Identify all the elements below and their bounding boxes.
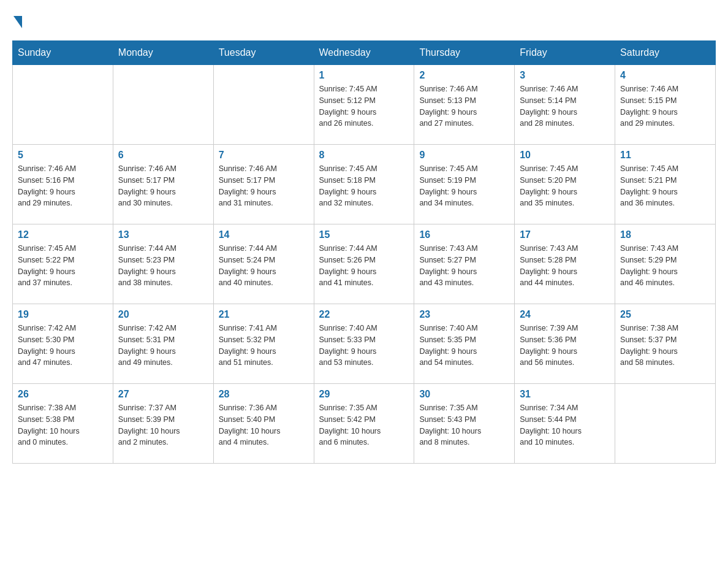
day-info: Sunrise: 7:37 AMSunset: 5:39 PMDaylight:… — [118, 402, 208, 448]
calendar-cell: 13Sunrise: 7:44 AMSunset: 5:23 PMDayligh… — [113, 224, 213, 304]
header-cell-friday: Friday — [515, 41, 615, 65]
day-number: 12 — [18, 229, 108, 240]
day-number: 6 — [118, 150, 208, 161]
day-info: Sunrise: 7:44 AMSunset: 5:26 PMDaylight:… — [319, 243, 409, 289]
day-info: Sunrise: 7:46 AMSunset: 5:14 PMDaylight:… — [520, 83, 610, 129]
day-info: Sunrise: 7:35 AMSunset: 5:43 PMDaylight:… — [419, 402, 509, 448]
day-number: 23 — [419, 309, 509, 320]
day-number: 19 — [18, 309, 108, 320]
day-number: 21 — [219, 309, 309, 320]
page-header — [12, 12, 716, 28]
day-info: Sunrise: 7:41 AMSunset: 5:32 PMDaylight:… — [219, 323, 309, 369]
header-cell-sunday: Sunday — [13, 41, 113, 65]
day-info: Sunrise: 7:39 AMSunset: 5:36 PMDaylight:… — [520, 323, 610, 369]
day-info: Sunrise: 7:43 AMSunset: 5:28 PMDaylight:… — [520, 243, 610, 289]
day-number: 18 — [620, 229, 710, 240]
calendar-cell: 24Sunrise: 7:39 AMSunset: 5:36 PMDayligh… — [515, 304, 615, 384]
week-row-5: 26Sunrise: 7:38 AMSunset: 5:38 PMDayligh… — [13, 384, 716, 464]
day-number: 13 — [118, 229, 208, 240]
calendar-cell: 22Sunrise: 7:40 AMSunset: 5:33 PMDayligh… — [314, 304, 414, 384]
calendar-cell: 29Sunrise: 7:35 AMSunset: 5:42 PMDayligh… — [314, 384, 414, 464]
day-number: 5 — [18, 150, 108, 161]
day-info: Sunrise: 7:43 AMSunset: 5:27 PMDaylight:… — [419, 243, 509, 289]
calendar-cell: 19Sunrise: 7:42 AMSunset: 5:30 PMDayligh… — [13, 304, 113, 384]
header-cell-tuesday: Tuesday — [213, 41, 314, 65]
day-info: Sunrise: 7:44 AMSunset: 5:24 PMDaylight:… — [219, 243, 309, 289]
calendar-cell: 1Sunrise: 7:45 AMSunset: 5:12 PMDaylight… — [314, 65, 414, 145]
day-info: Sunrise: 7:46 AMSunset: 5:17 PMDaylight:… — [118, 163, 208, 209]
day-info: Sunrise: 7:45 AMSunset: 5:21 PMDaylight:… — [620, 163, 710, 209]
week-row-3: 12Sunrise: 7:45 AMSunset: 5:22 PMDayligh… — [13, 224, 716, 304]
calendar-cell: 2Sunrise: 7:46 AMSunset: 5:13 PMDaylight… — [414, 65, 515, 145]
day-number: 8 — [319, 150, 409, 161]
logo — [12, 12, 22, 28]
day-info: Sunrise: 7:45 AMSunset: 5:22 PMDaylight:… — [18, 243, 108, 289]
day-number: 16 — [419, 229, 509, 240]
calendar-cell: 5Sunrise: 7:46 AMSunset: 5:16 PMDaylight… — [13, 145, 113, 224]
calendar-cell: 3Sunrise: 7:46 AMSunset: 5:14 PMDaylight… — [515, 65, 615, 145]
header-cell-thursday: Thursday — [414, 41, 515, 65]
header-cell-saturday: Saturday — [615, 41, 716, 65]
week-row-4: 19Sunrise: 7:42 AMSunset: 5:30 PMDayligh… — [13, 304, 716, 384]
day-number: 17 — [520, 229, 610, 240]
calendar-cell — [213, 65, 314, 145]
calendar-cell: 28Sunrise: 7:36 AMSunset: 5:40 PMDayligh… — [213, 384, 314, 464]
day-info: Sunrise: 7:38 AMSunset: 5:37 PMDaylight:… — [620, 323, 710, 369]
day-number: 2 — [419, 70, 509, 81]
header-row: SundayMondayTuesdayWednesdayThursdayFrid… — [13, 41, 716, 65]
day-info: Sunrise: 7:43 AMSunset: 5:29 PMDaylight:… — [620, 243, 710, 289]
calendar-cell — [615, 384, 716, 464]
day-number: 9 — [419, 150, 509, 161]
calendar-table: SundayMondayTuesdayWednesdayThursdayFrid… — [12, 40, 716, 464]
day-info: Sunrise: 7:46 AMSunset: 5:17 PMDaylight:… — [219, 163, 309, 209]
day-number: 27 — [118, 389, 208, 400]
day-number: 10 — [520, 150, 610, 161]
day-info: Sunrise: 7:36 AMSunset: 5:40 PMDaylight:… — [219, 402, 309, 448]
day-number: 1 — [319, 70, 409, 81]
calendar-cell: 11Sunrise: 7:45 AMSunset: 5:21 PMDayligh… — [615, 145, 716, 224]
week-row-2: 5Sunrise: 7:46 AMSunset: 5:16 PMDaylight… — [13, 145, 716, 224]
day-number: 30 — [419, 389, 509, 400]
calendar-cell: 20Sunrise: 7:42 AMSunset: 5:31 PMDayligh… — [113, 304, 213, 384]
day-info: Sunrise: 7:45 AMSunset: 5:18 PMDaylight:… — [319, 163, 409, 209]
calendar-cell: 26Sunrise: 7:38 AMSunset: 5:38 PMDayligh… — [13, 384, 113, 464]
day-info: Sunrise: 7:40 AMSunset: 5:35 PMDaylight:… — [419, 323, 509, 369]
day-info: Sunrise: 7:45 AMSunset: 5:12 PMDaylight:… — [319, 83, 409, 129]
calendar-cell: 16Sunrise: 7:43 AMSunset: 5:27 PMDayligh… — [414, 224, 515, 304]
day-number: 25 — [620, 309, 710, 320]
calendar-cell — [113, 65, 213, 145]
day-number: 24 — [520, 309, 610, 320]
day-number: 4 — [620, 70, 710, 81]
calendar-cell — [13, 65, 113, 145]
day-info: Sunrise: 7:42 AMSunset: 5:30 PMDaylight:… — [18, 323, 108, 369]
day-info: Sunrise: 7:44 AMSunset: 5:23 PMDaylight:… — [118, 243, 208, 289]
header-cell-wednesday: Wednesday — [314, 41, 414, 65]
day-info: Sunrise: 7:35 AMSunset: 5:42 PMDaylight:… — [319, 402, 409, 448]
day-number: 15 — [319, 229, 409, 240]
day-number: 29 — [319, 389, 409, 400]
calendar-cell: 14Sunrise: 7:44 AMSunset: 5:24 PMDayligh… — [213, 224, 314, 304]
calendar-cell: 31Sunrise: 7:34 AMSunset: 5:44 PMDayligh… — [515, 384, 615, 464]
calendar-cell: 21Sunrise: 7:41 AMSunset: 5:32 PMDayligh… — [213, 304, 314, 384]
day-number: 3 — [520, 70, 610, 81]
day-number: 14 — [219, 229, 309, 240]
day-info: Sunrise: 7:40 AMSunset: 5:33 PMDaylight:… — [319, 323, 409, 369]
calendar-cell: 25Sunrise: 7:38 AMSunset: 5:37 PMDayligh… — [615, 304, 716, 384]
day-number: 7 — [219, 150, 309, 161]
header-cell-monday: Monday — [113, 41, 213, 65]
calendar-cell: 8Sunrise: 7:45 AMSunset: 5:18 PMDaylight… — [314, 145, 414, 224]
calendar-cell: 6Sunrise: 7:46 AMSunset: 5:17 PMDaylight… — [113, 145, 213, 224]
calendar-header: SundayMondayTuesdayWednesdayThursdayFrid… — [13, 41, 716, 65]
day-number: 28 — [219, 389, 309, 400]
calendar-cell: 17Sunrise: 7:43 AMSunset: 5:28 PMDayligh… — [515, 224, 615, 304]
calendar-cell: 23Sunrise: 7:40 AMSunset: 5:35 PMDayligh… — [414, 304, 515, 384]
day-info: Sunrise: 7:46 AMSunset: 5:15 PMDaylight:… — [620, 83, 710, 129]
day-number: 26 — [18, 389, 108, 400]
calendar-cell: 4Sunrise: 7:46 AMSunset: 5:15 PMDaylight… — [615, 65, 716, 145]
day-info: Sunrise: 7:45 AMSunset: 5:19 PMDaylight:… — [419, 163, 509, 209]
day-number: 11 — [620, 150, 710, 161]
week-row-1: 1Sunrise: 7:45 AMSunset: 5:12 PMDaylight… — [13, 65, 716, 145]
calendar-cell: 27Sunrise: 7:37 AMSunset: 5:39 PMDayligh… — [113, 384, 213, 464]
calendar-cell: 9Sunrise: 7:45 AMSunset: 5:19 PMDaylight… — [414, 145, 515, 224]
day-info: Sunrise: 7:42 AMSunset: 5:31 PMDaylight:… — [118, 323, 208, 369]
